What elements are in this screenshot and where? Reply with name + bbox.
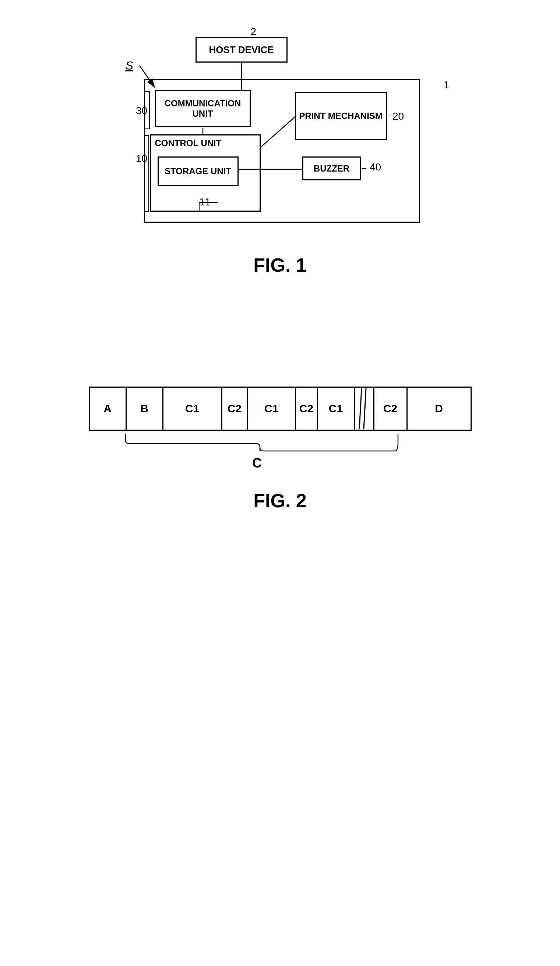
fig2-caption: FIG. 2 xyxy=(253,490,306,512)
cell-c2-first: C2 xyxy=(222,388,248,430)
cell-c1-second: C1 xyxy=(248,388,296,430)
print-mechanism-box: PRINT MECHANISM xyxy=(295,92,387,140)
fig2-table: A B C1 C2 C1 C2 C1 C2 D xyxy=(89,386,471,431)
cell-c2-third: C2 xyxy=(374,388,407,430)
host-device-box: HOST DEVICE xyxy=(195,37,287,62)
cell-c1-third: C1 xyxy=(318,388,355,430)
communication-unit-label: COMMUNICATION UNIT xyxy=(156,98,250,119)
cell-b: B xyxy=(126,388,163,430)
svg-line-21 xyxy=(359,388,361,429)
cell-a: A xyxy=(90,388,126,430)
print-mechanism-label: PRINT MECHANISM xyxy=(299,111,383,121)
svg-text:C: C xyxy=(252,455,262,470)
fig1-caption: FIG. 1 xyxy=(253,254,306,276)
storage-unit-label: STORAGE UNIT xyxy=(164,166,231,176)
storage-unit-box: STORAGE UNIT xyxy=(158,156,238,186)
page: S 2 HOST DEVICE 1 COMMUNICATION UNIT CON… xyxy=(0,0,560,966)
fig2-diagram: A B C1 C2 C1 C2 C1 C2 D C xyxy=(78,379,483,482)
communication-unit-box: COMMUNICATION UNIT xyxy=(155,90,251,127)
fig1-diagram: S 2 HOST DEVICE 1 COMMUNICATION UNIT CON… xyxy=(115,22,446,243)
cell-d: D xyxy=(407,388,471,430)
cell-c2-second: C2 xyxy=(296,388,318,430)
host-device-label: HOST DEVICE xyxy=(209,44,274,56)
ref-2-label: 2 xyxy=(251,26,257,38)
buzzer-box: BUZZER xyxy=(302,156,361,181)
svg-line-22 xyxy=(364,388,366,429)
buzzer-label: BUZZER xyxy=(314,163,350,174)
break-symbol xyxy=(355,388,374,430)
ref-1-label: 1 xyxy=(443,79,450,91)
cell-c1-first: C1 xyxy=(163,388,222,430)
control-unit-label: CONTROL UNIT xyxy=(155,138,222,148)
ref-s-label: S xyxy=(126,59,133,72)
